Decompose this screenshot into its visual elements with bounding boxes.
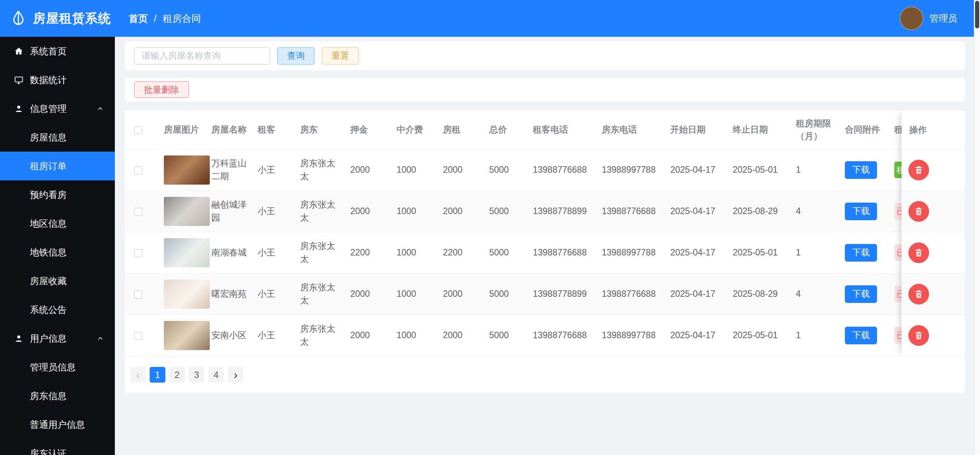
sidebar-item-label: 房屋信息: [30, 131, 67, 144]
download-button[interactable]: 下载: [845, 285, 877, 303]
sidebar-item-region-info[interactable]: 地区信息: [0, 209, 115, 238]
chevron-up-icon: [96, 335, 104, 342]
row-checkbox[interactable]: [134, 249, 142, 257]
search-input[interactable]: [134, 47, 270, 65]
query-button[interactable]: 查询: [277, 47, 315, 65]
logo-shell-icon: [10, 9, 27, 28]
download-button[interactable]: 下载: [845, 161, 877, 179]
scrollbar-thumb[interactable]: [975, 1, 979, 28]
col-operation: 操作: [902, 111, 965, 149]
delete-button[interactable]: [908, 284, 929, 304]
pagination-page-2[interactable]: 2: [169, 367, 185, 383]
row-checkbox[interactable]: [134, 166, 142, 175]
sidebar-item-house-favorites[interactable]: 房屋收藏: [0, 267, 115, 295]
delete-button[interactable]: [908, 160, 929, 180]
tenant-phone: 13988776688: [533, 329, 602, 342]
delete-button[interactable]: [908, 242, 929, 263]
reset-button[interactable]: 重置: [322, 47, 359, 65]
tenant-phone: 13988776688: [533, 246, 602, 259]
sidebar-item-stats[interactable]: 数据统计: [0, 65, 115, 94]
agency-fee: 1000: [397, 205, 443, 218]
delete-button[interactable]: [908, 201, 929, 222]
col-landlord: 房东: [300, 123, 350, 136]
breadcrumb-home-link[interactable]: 首页: [129, 12, 148, 25]
landlord-phone: 13988997788: [602, 246, 670, 259]
col-start-date: 开始日期: [670, 123, 733, 136]
chevron-up-icon: [96, 105, 104, 113]
pagination-prev-button[interactable]: ‹: [130, 367, 146, 383]
pagination-page-1[interactable]: 1: [150, 367, 165, 383]
row-checkbox[interactable]: [134, 208, 142, 216]
user-role-label: 管理员: [929, 12, 957, 25]
col-agency-fee: 中介费: [397, 123, 443, 136]
select-all-checkbox[interactable]: [134, 126, 142, 134]
row-checkbox[interactable]: [134, 332, 142, 340]
sidebar-item-landlord-certification[interactable]: 房东认证: [0, 439, 115, 455]
sidebar-group-info-management[interactable]: 信息管理: [0, 94, 115, 123]
download-button[interactable]: 下载: [845, 203, 877, 220]
sidebar-item-normal-user-info[interactable]: 普通用户信息: [0, 410, 115, 439]
tenant: 小王: [258, 164, 300, 176]
sidebar-item-system-announcements[interactable]: 系统公告: [0, 295, 115, 324]
sidebar-group-label: 用户信息: [30, 332, 67, 345]
landlord: 房东张太太: [300, 322, 350, 348]
row-checkbox[interactable]: [134, 290, 142, 299]
house-photo[interactable]: [164, 280, 210, 309]
start-date: 2025-04-17: [670, 288, 733, 300]
house-photo[interactable]: [164, 155, 210, 185]
table-row: 融创城泽园 小王 房东张太太 2000 1000 2000 5000 13988…: [125, 191, 947, 232]
download-button[interactable]: 下载: [845, 244, 877, 262]
house-name: 安南小区: [211, 329, 258, 342]
tenant-phone: 13988778899: [533, 205, 602, 218]
sidebar-item-landlord-info[interactable]: 房东信息: [0, 381, 115, 410]
landlord: 房东张太太: [300, 240, 350, 265]
sidebar-item-home[interactable]: 系统首页: [0, 37, 115, 65]
sidebar: 系统首页 数据统计 信息管理 房屋信息 租房订单 预约看房 地区信息 地铁信息 …: [0, 37, 115, 455]
page-scrollbar: [974, 0, 980, 455]
user-icon: [14, 104, 24, 114]
pagination-next-button[interactable]: ›: [228, 367, 243, 383]
batch-delete-button[interactable]: 批量删除: [134, 81, 189, 98]
end-date: 2025-05-01: [733, 329, 796, 342]
pagination-page-3[interactable]: 3: [189, 367, 204, 383]
rent: 2000: [443, 164, 489, 176]
delete-button[interactable]: [908, 325, 929, 346]
deposit: 2000: [350, 164, 397, 176]
rent: 2200: [443, 246, 489, 259]
tenant: 小王: [258, 246, 300, 259]
sidebar-item-viewing-appointments[interactable]: 预约看房: [0, 180, 115, 209]
sidebar-item-house-info[interactable]: 房屋信息: [0, 123, 115, 152]
rent: 2000: [443, 288, 489, 300]
pagination: ‹ 1 2 3 4 ›: [125, 356, 965, 383]
landlord-phone: 13988776688: [602, 288, 670, 300]
user-avatar[interactable]: [900, 7, 923, 30]
house-photo[interactable]: [164, 238, 210, 267]
sidebar-item-label: 系统首页: [30, 45, 67, 57]
house-name: 曙宏南苑: [211, 288, 258, 300]
agency-fee: 1000: [397, 164, 443, 176]
landlord-phone: 13988997788: [602, 164, 670, 176]
deposit: 2000: [350, 205, 397, 218]
house-photo[interactable]: [164, 321, 210, 350]
contracts-table-card: 房屋图片 房屋名称 租客 房东 押金 中介费 房租 总价 租客电话 房东电话 开…: [125, 111, 965, 393]
rent: 2000: [443, 329, 489, 342]
landlord: 房东张太太: [300, 198, 350, 224]
sidebar-group-user-info[interactable]: 用户信息: [0, 324, 115, 353]
table-header-row: 房屋图片 房屋名称 租客 房东 押金 中介费 房租 总价 租客电话 房东电话 开…: [125, 111, 947, 149]
rent-term-months: 1: [796, 329, 845, 342]
rent-term-months: 4: [796, 288, 845, 300]
download-button[interactable]: 下载: [845, 327, 877, 344]
total-price: 5000: [489, 205, 533, 218]
pagination-page-4[interactable]: 4: [208, 367, 224, 383]
sidebar-item-rent-orders[interactable]: 租房订单: [0, 152, 115, 180]
sidebar-item-admin-info[interactable]: 管理员信息: [0, 353, 115, 381]
sidebar-item-metro-info[interactable]: 地铁信息: [0, 238, 115, 267]
col-total-price: 总价: [489, 123, 533, 136]
house-photo[interactable]: [164, 197, 210, 226]
rent-term-months: 4: [796, 205, 845, 218]
header-user-area: 管理员: [900, 7, 980, 30]
home-icon: [14, 46, 24, 56]
deposit: 2000: [350, 329, 397, 342]
start-date: 2025-04-17: [670, 164, 733, 176]
sidebar-item-label: 地铁信息: [30, 246, 67, 259]
